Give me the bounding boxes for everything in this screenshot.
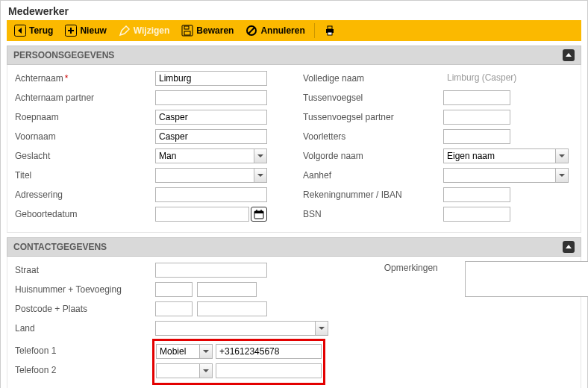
save-icon — [181, 25, 193, 37]
svg-line-6 — [248, 28, 254, 34]
toolbar: Terug Nieuw Wijzigen Bewaren Annuleren — [7, 20, 581, 41]
titel-label: Titel — [13, 169, 155, 182]
section-contact-title: CONTACTGEGEVENS — [13, 242, 107, 252]
huisnr-input[interactable] — [155, 282, 193, 297]
svg-rect-9 — [328, 32, 332, 35]
achternaam-label: Achternaam* — [13, 72, 155, 85]
page-title: Medewerker — [8, 5, 581, 17]
voornaam-input[interactable] — [155, 129, 267, 144]
new-icon — [65, 25, 77, 37]
edit-button: Wijzigen — [114, 23, 175, 38]
volledige-naam-label: Volledige naam — [301, 72, 443, 85]
new-button[interactable]: Nieuw — [60, 23, 110, 38]
opmerkingen-input[interactable] — [465, 261, 588, 297]
telefoon2-input[interactable] — [216, 363, 322, 378]
telefoon2-label: Telefoon 2 — [13, 363, 59, 377]
chevron-down-icon[interactable] — [254, 168, 267, 183]
section-personal: PERSOONSGEGEVENS Achternaam* Achternaam … — [7, 46, 581, 233]
adressering-label: Adressering — [13, 188, 155, 201]
chevron-down-icon[interactable] — [199, 344, 213, 359]
tussenvoegsel-input[interactable] — [443, 90, 510, 105]
telefoon1-input[interactable] — [216, 344, 322, 359]
svg-rect-11 — [254, 211, 263, 213]
titel-select[interactable] — [155, 168, 254, 183]
chevron-down-icon[interactable] — [199, 363, 213, 378]
aanhef-label: Aanhef — [301, 169, 443, 182]
straat-label: Straat — [13, 263, 155, 277]
calendar-icon[interactable] — [251, 207, 267, 222]
cancel-icon — [245, 25, 257, 37]
print-icon — [324, 25, 336, 37]
volgorde-naam-select[interactable] — [443, 148, 555, 163]
land-select[interactable] — [155, 321, 315, 336]
rekening-input[interactable] — [443, 187, 510, 202]
land-label: Land — [13, 322, 155, 335]
new-label: Nieuw — [80, 25, 106, 36]
volledige-naam-value: Limburg (Casper) — [443, 71, 520, 86]
edit-icon — [119, 25, 131, 37]
roepnaam-label: Roepnaam — [13, 110, 155, 124]
telefoon1-type-select[interactable] — [156, 344, 199, 359]
achternaam-partner-input[interactable] — [155, 90, 267, 105]
geslacht-label: Geslacht — [13, 149, 155, 163]
toolbar-separator — [314, 23, 315, 38]
save-button[interactable]: Bewaren — [177, 23, 238, 38]
voorletters-label: Voorletters — [301, 130, 443, 143]
back-label: Terug — [29, 25, 53, 36]
volgorde-naam-label: Volgorde naam — [301, 149, 443, 163]
geboortedatum-input[interactable] — [155, 207, 249, 222]
telefoon2-type-select[interactable] — [156, 363, 199, 378]
save-label: Bewaren — [196, 25, 234, 36]
huisnr-label: Huisnummer + Toevoeging — [13, 283, 155, 296]
edit-label: Wijzigen — [134, 25, 170, 36]
collapse-icon[interactable] — [563, 49, 575, 61]
voornaam-label: Voornaam — [13, 130, 155, 143]
huisnr-toevoeging-input[interactable] — [197, 282, 257, 297]
chevron-down-icon[interactable] — [555, 148, 569, 163]
section-contact: CONTACTGEGEVENS Straat Huisnummer + Toev… — [7, 237, 581, 388]
telefoon1-label: Telefoon 1 — [13, 344, 59, 357]
tussenvoegsel-partner-input[interactable] — [443, 110, 510, 125]
chevron-down-icon[interactable] — [555, 168, 569, 183]
collapse-icon[interactable] — [563, 241, 575, 253]
back-button[interactable]: Terug — [10, 23, 57, 38]
cancel-button[interactable]: Annuleren — [241, 23, 309, 38]
section-contact-header: CONTACTGEGEVENS — [7, 237, 581, 257]
opmerkingen-label: Opmerkingen — [383, 261, 465, 275]
chevron-down-icon[interactable] — [315, 321, 328, 336]
svg-rect-8 — [328, 26, 332, 29]
achternaam-input[interactable] — [155, 71, 267, 86]
postcode-label: Postcode + Plaats — [13, 302, 155, 316]
print-button[interactable] — [319, 23, 340, 38]
section-personal-title: PERSOONSGEGEVENS — [13, 50, 114, 60]
chevron-down-icon[interactable] — [254, 148, 267, 163]
bsn-input[interactable] — [443, 207, 510, 222]
voorletters-input[interactable] — [443, 129, 510, 144]
svg-rect-3 — [184, 26, 189, 29]
svg-rect-2 — [182, 25, 193, 36]
back-icon — [14, 25, 26, 37]
achternaam-partner-label: Achternaam partner — [13, 91, 155, 104]
tussenvoegsel-label: Tussenvoegsel — [301, 91, 443, 104]
aanhef-select[interactable] — [443, 168, 555, 183]
telefoon-highlight — [152, 339, 325, 385]
geboortedatum-label: Geboortedatum — [13, 207, 155, 221]
svg-rect-4 — [184, 31, 190, 35]
adressering-input[interactable] — [155, 187, 267, 202]
geslacht-select[interactable] — [155, 148, 254, 163]
straat-input[interactable] — [155, 263, 267, 278]
section-personal-header: PERSOONSGEGEVENS — [7, 46, 581, 65]
rekening-label: Rekeningnummer / IBAN — [301, 188, 443, 201]
postcode-input[interactable] — [155, 301, 193, 316]
roepnaam-input[interactable] — [155, 110, 267, 125]
bsn-label: BSN — [301, 207, 443, 221]
plaats-input[interactable] — [197, 301, 267, 316]
tussenvoegsel-partner-label: Tussenvoegsel partner — [301, 110, 443, 124]
cancel-label: Annuleren — [260, 25, 304, 36]
